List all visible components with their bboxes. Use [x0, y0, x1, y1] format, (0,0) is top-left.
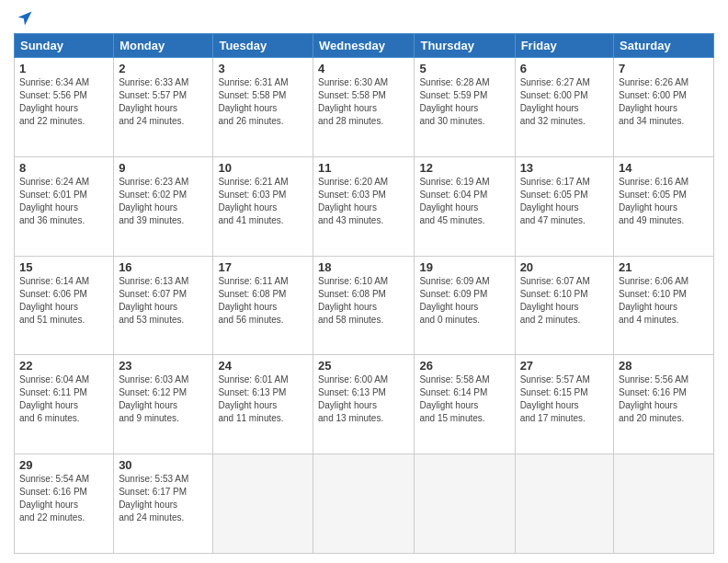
day-content: Sunrise: 6:07 AMSunset: 6:10 PMDaylight …: [520, 275, 609, 327]
day-content: Sunrise: 6:09 AMSunset: 6:09 PMDaylight …: [419, 275, 509, 327]
calendar-cell: [213, 454, 313, 554]
day-content: Sunrise: 5:56 AMSunset: 6:16 PMDaylight …: [619, 373, 709, 425]
day-number: 29: [19, 458, 108, 472]
day-number: 22: [19, 359, 108, 373]
calendar-week-row: 29 Sunrise: 5:54 AMSunset: 6:16 PMDaylig…: [15, 454, 714, 554]
day-number: 24: [218, 359, 308, 373]
day-content: Sunrise: 5:57 AMSunset: 6:15 PMDaylight …: [520, 373, 609, 425]
day-number: 19: [419, 260, 509, 274]
day-number: 17: [218, 260, 308, 274]
day-number: 3: [218, 62, 308, 75]
day-content: Sunrise: 6:34 AMSunset: 5:56 PMDaylight …: [19, 76, 108, 128]
calendar-cell: 18 Sunrise: 6:10 AMSunset: 6:08 PMDaylig…: [313, 256, 415, 355]
calendar-cell: 12 Sunrise: 6:19 AMSunset: 6:04 PMDaylig…: [415, 156, 515, 256]
calendar-cell: 5 Sunrise: 6:28 AMSunset: 5:59 PMDayligh…: [415, 58, 515, 157]
page: Sunday Monday Tuesday Wednesday Thursday…: [0, 0, 728, 563]
day-number: 16: [119, 260, 208, 274]
day-content: Sunrise: 5:53 AMSunset: 6:17 PMDaylight …: [119, 473, 208, 524]
calendar-cell: 16 Sunrise: 6:13 AMSunset: 6:07 PMDaylig…: [114, 256, 213, 355]
calendar-week-row: 22 Sunrise: 6:04 AMSunset: 6:11 PMDaylig…: [15, 355, 714, 454]
day-content: Sunrise: 6:13 AMSunset: 6:07 PMDaylight …: [119, 275, 208, 327]
calendar-cell: 20 Sunrise: 6:07 AMSunset: 6:10 PMDaylig…: [515, 256, 613, 355]
calendar-week-row: 8 Sunrise: 6:24 AMSunset: 6:01 PMDayligh…: [15, 156, 714, 256]
calendar-cell: 21 Sunrise: 6:06 AMSunset: 6:10 PMDaylig…: [614, 256, 714, 355]
calendar-cell: [313, 454, 415, 554]
day-number: 23: [119, 359, 208, 373]
day-number: 9: [119, 161, 208, 175]
calendar-cell: 2 Sunrise: 6:33 AMSunset: 5:57 PMDayligh…: [114, 58, 213, 157]
calendar-week-row: 1 Sunrise: 6:34 AMSunset: 5:56 PMDayligh…: [15, 58, 714, 157]
calendar-cell: 14 Sunrise: 6:16 AMSunset: 6:05 PMDaylig…: [614, 156, 714, 256]
col-saturday: Saturday: [614, 34, 714, 58]
col-friday: Friday: [515, 34, 613, 58]
calendar-cell: 26 Sunrise: 5:58 AMSunset: 6:14 PMDaylig…: [415, 355, 515, 454]
day-content: Sunrise: 6:06 AMSunset: 6:10 PMDaylight …: [619, 275, 709, 327]
day-number: 30: [119, 458, 208, 472]
calendar-cell: 7 Sunrise: 6:26 AMSunset: 6:00 PMDayligh…: [614, 58, 714, 157]
col-thursday: Thursday: [415, 34, 515, 58]
day-number: 11: [318, 161, 409, 175]
day-number: 7: [619, 62, 709, 75]
col-wednesday: Wednesday: [313, 34, 415, 58]
calendar-cell: 25 Sunrise: 6:00 AMSunset: 6:13 PMDaylig…: [313, 355, 415, 454]
calendar-cell: 28 Sunrise: 5:56 AMSunset: 6:16 PMDaylig…: [614, 355, 714, 454]
day-content: Sunrise: 6:26 AMSunset: 6:00 PMDaylight …: [619, 76, 709, 128]
day-content: Sunrise: 6:30 AMSunset: 5:58 PMDaylight …: [318, 76, 409, 128]
day-content: Sunrise: 6:10 AMSunset: 6:08 PMDaylight …: [318, 275, 409, 327]
day-number: 14: [619, 161, 709, 175]
day-content: Sunrise: 6:33 AMSunset: 5:57 PMDaylight …: [119, 76, 208, 128]
calendar-cell: [614, 454, 714, 554]
calendar-cell: [515, 454, 613, 554]
header: [14, 9, 714, 28]
day-number: 6: [520, 62, 609, 75]
day-content: Sunrise: 6:17 AMSunset: 6:05 PMDaylight …: [520, 176, 609, 227]
calendar-cell: 6 Sunrise: 6:27 AMSunset: 6:00 PMDayligh…: [515, 58, 613, 157]
calendar-cell: 10 Sunrise: 6:21 AMSunset: 6:03 PMDaylig…: [213, 156, 313, 256]
day-number: 13: [520, 161, 609, 175]
day-content: Sunrise: 6:16 AMSunset: 6:05 PMDaylight …: [619, 176, 709, 227]
day-number: 21: [619, 260, 709, 274]
day-content: Sunrise: 6:27 AMSunset: 6:00 PMDaylight …: [520, 76, 609, 128]
day-number: 8: [19, 161, 108, 175]
day-content: Sunrise: 6:00 AMSunset: 6:13 PMDaylight …: [318, 373, 409, 425]
day-content: Sunrise: 6:24 AMSunset: 6:01 PMDaylight …: [19, 176, 108, 227]
calendar-cell: 11 Sunrise: 6:20 AMSunset: 6:03 PMDaylig…: [313, 156, 415, 256]
calendar-cell: 27 Sunrise: 5:57 AMSunset: 6:15 PMDaylig…: [515, 355, 613, 454]
day-content: Sunrise: 6:19 AMSunset: 6:04 PMDaylight …: [419, 176, 509, 227]
day-content: Sunrise: 6:03 AMSunset: 6:12 PMDaylight …: [119, 373, 208, 425]
col-sunday: Sunday: [15, 34, 114, 58]
calendar-cell: 23 Sunrise: 6:03 AMSunset: 6:12 PMDaylig…: [114, 355, 213, 454]
col-monday: Monday: [114, 34, 213, 58]
day-content: Sunrise: 6:28 AMSunset: 5:59 PMDaylight …: [419, 76, 509, 128]
day-number: 28: [619, 359, 709, 373]
day-content: Sunrise: 6:04 AMSunset: 6:11 PMDaylight …: [19, 373, 108, 425]
day-content: Sunrise: 6:21 AMSunset: 6:03 PMDaylight …: [218, 176, 308, 227]
logo-bird-icon: [16, 9, 34, 28]
day-number: 27: [520, 359, 609, 373]
day-number: 4: [318, 62, 409, 75]
day-number: 26: [419, 359, 509, 373]
calendar-cell: 24 Sunrise: 6:01 AMSunset: 6:13 PMDaylig…: [213, 355, 313, 454]
day-number: 20: [520, 260, 609, 274]
col-tuesday: Tuesday: [213, 34, 313, 58]
day-number: 1: [19, 62, 108, 75]
day-content: Sunrise: 6:23 AMSunset: 6:02 PMDaylight …: [119, 176, 208, 227]
calendar-cell: 22 Sunrise: 6:04 AMSunset: 6:11 PMDaylig…: [15, 355, 114, 454]
calendar-cell: 13 Sunrise: 6:17 AMSunset: 6:05 PMDaylig…: [515, 156, 613, 256]
day-content: Sunrise: 6:20 AMSunset: 6:03 PMDaylight …: [318, 176, 409, 227]
logo: [14, 9, 34, 28]
calendar-cell: 30 Sunrise: 5:53 AMSunset: 6:17 PMDaylig…: [114, 454, 213, 554]
calendar-cell: 29 Sunrise: 5:54 AMSunset: 6:16 PMDaylig…: [15, 454, 114, 554]
calendar-cell: 3 Sunrise: 6:31 AMSunset: 5:58 PMDayligh…: [213, 58, 313, 157]
calendar-cell: 4 Sunrise: 6:30 AMSunset: 5:58 PMDayligh…: [313, 58, 415, 157]
calendar-cell: 15 Sunrise: 6:14 AMSunset: 6:06 PMDaylig…: [15, 256, 114, 355]
day-number: 5: [419, 62, 509, 75]
day-number: 12: [419, 161, 509, 175]
header-row: Sunday Monday Tuesday Wednesday Thursday…: [15, 34, 714, 58]
day-number: 10: [218, 161, 308, 175]
day-content: Sunrise: 6:31 AMSunset: 5:58 PMDaylight …: [218, 76, 308, 128]
calendar-cell: [415, 454, 515, 554]
calendar-week-row: 15 Sunrise: 6:14 AMSunset: 6:06 PMDaylig…: [15, 256, 714, 355]
day-content: Sunrise: 6:11 AMSunset: 6:08 PMDaylight …: [218, 275, 308, 327]
day-content: Sunrise: 6:14 AMSunset: 6:06 PMDaylight …: [19, 275, 108, 327]
